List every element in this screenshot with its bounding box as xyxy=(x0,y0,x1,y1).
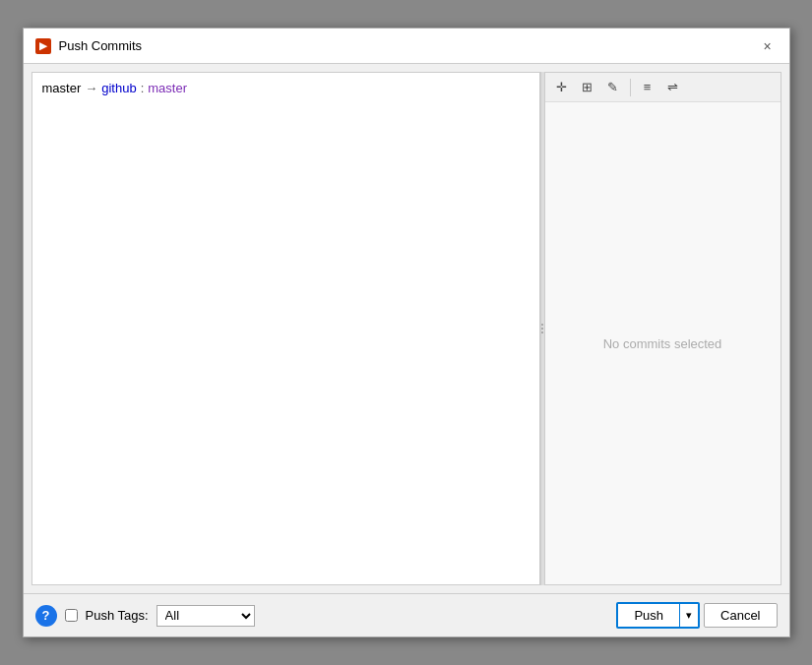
push-button-group: Push ▾ xyxy=(616,602,700,629)
remote-name: github xyxy=(101,81,136,95)
right-panel: ✛ ⊞ ✎ ≡ ⇌ No commits selected xyxy=(545,72,781,585)
left-panel[interactable]: master → github : master xyxy=(31,72,540,585)
cancel-button[interactable]: Cancel xyxy=(704,603,777,628)
branch-colon: : xyxy=(141,81,145,95)
align-toolbar-button[interactable]: ≡ xyxy=(637,77,658,98)
title-bar-left: ▶ Push Commits xyxy=(35,38,143,54)
push-button[interactable]: Push xyxy=(618,604,680,627)
local-branch: master xyxy=(42,81,82,95)
splitter-dot xyxy=(541,332,543,333)
toolbar-separator xyxy=(630,79,631,96)
push-commits-dialog: ▶ Push Commits × master → github : maste… xyxy=(23,28,790,637)
edit-toolbar-button[interactable]: ✎ xyxy=(602,77,624,98)
push-dropdown-button[interactable]: ▾ xyxy=(680,604,698,627)
no-commits-message: No commits selected xyxy=(603,336,722,351)
right-toolbar: ✛ ⊞ ✎ ≡ ⇌ xyxy=(545,73,781,102)
footer-left: ? Push Tags: All None xyxy=(35,605,255,627)
add-toolbar-button[interactable]: ✛ xyxy=(551,77,573,98)
content-area: master → github : master ✛ ⊞ ✎ ≡ xyxy=(24,64,789,593)
tags-dropdown[interactable]: All None xyxy=(156,605,255,627)
title-bar: ▶ Push Commits × xyxy=(24,29,789,64)
splitter-dot xyxy=(541,328,543,330)
grid-toolbar-button[interactable]: ⊞ xyxy=(577,77,598,98)
branch-arrow: → xyxy=(85,81,97,95)
close-button[interactable]: × xyxy=(758,36,778,56)
splitter-handle xyxy=(541,324,543,333)
dialog-title: Push Commits xyxy=(59,38,143,53)
push-tags-label: Push Tags: xyxy=(86,608,149,623)
dialog-icon: ▶ xyxy=(35,38,51,54)
footer: ? Push Tags: All None Push ▾ Cancel xyxy=(24,593,789,636)
footer-right: Push ▾ Cancel xyxy=(616,602,777,629)
help-button[interactable]: ? xyxy=(35,605,57,627)
push-tags-checkbox[interactable] xyxy=(65,609,78,622)
swap-toolbar-button[interactable]: ⇌ xyxy=(662,77,684,98)
right-content-area: No commits selected xyxy=(545,102,781,584)
branch-row: master → github : master xyxy=(38,79,533,97)
remote-branch: master xyxy=(148,81,187,95)
splitter-dot xyxy=(541,324,543,326)
